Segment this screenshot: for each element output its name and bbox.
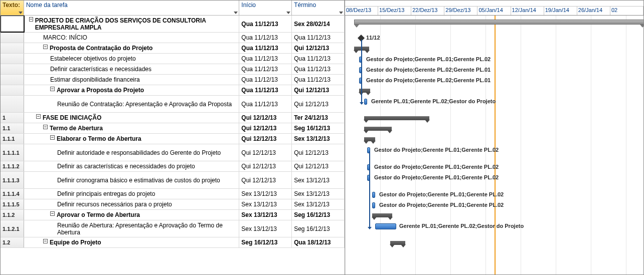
table-row[interactable]: 1.1.1.5Definir recursos necessários para…: [1, 199, 345, 210]
table-row[interactable]: 1.1.1.1Definir autoridade e responsabili…: [1, 144, 345, 161]
task-name-cell[interactable]: MARCO: INÍCIO: [24, 33, 239, 43]
task-name-cell[interactable]: −Proposta de Contratação do Projeto: [24, 43, 239, 53]
dropdown-icon[interactable]: [234, 12, 238, 14]
task-name-cell[interactable]: Definir características e necessidades: [24, 64, 239, 74]
end-cell[interactable]: Ter 24/12/13: [292, 113, 345, 123]
table-row[interactable]: 1.1.1−Elaborar o Termo de AberturaQui 12…: [1, 134, 345, 144]
row-id-cell[interactable]: [1, 16, 24, 32]
dropdown-icon[interactable]: [286, 12, 290, 14]
table-row[interactable]: 1.1.2.1Reunião de Abertura: Apresentação…: [1, 220, 345, 237]
gantt-area[interactable]: 11/12Gestor do Projeto;Gerente PL.01;Ger…: [345, 16, 643, 274]
summary-bar[interactable]: [390, 241, 405, 245]
expander-icon[interactable]: −: [36, 114, 41, 119]
task-name-cell[interactable]: Estimar disponibilidade financeira: [24, 75, 239, 85]
expander-icon[interactable]: −: [29, 17, 33, 22]
end-cell[interactable]: Qua 11/12/13: [292, 33, 345, 43]
start-cell[interactable]: Seg 16/12/13: [239, 237, 292, 247]
row-id-cell[interactable]: [1, 33, 24, 43]
start-cell[interactable]: Qui 12/12/13: [239, 144, 292, 161]
end-cell[interactable]: Qua 11/12/13: [292, 64, 345, 74]
end-cell[interactable]: Sex 13/12/13: [292, 172, 345, 188]
expander-icon[interactable]: −: [43, 45, 48, 49]
task-name-cell[interactable]: Definir autoridade e responsabilidades d…: [24, 144, 239, 161]
summary-bar[interactable]: [364, 137, 375, 141]
task-name-cell[interactable]: Reunião de Contratação: Apresentação e A…: [24, 96, 239, 112]
end-cell[interactable]: Qui 12/12/13: [292, 85, 345, 95]
table-row[interactable]: Estabelecer objetivos do projetoQua 11/1…: [1, 54, 345, 64]
table-row[interactable]: Estimar disponibilidade financeiraQua 11…: [1, 75, 345, 85]
table-row[interactable]: 1.1.2−Aprovar o Termo de AberturaSex 13/…: [1, 210, 345, 220]
row-id-cell[interactable]: [1, 85, 24, 95]
task-name-cell[interactable]: −PROJETO DE CRIAÇÃO DOS SERVIÇOS DE CONS…: [24, 16, 239, 32]
table-row[interactable]: 1.2−Equipe do ProjetoSeg 16/12/13Qua 18/…: [1, 237, 345, 248]
table-row[interactable]: −PROJETO DE CRIAÇÃO DOS SERVIÇOS DE CONS…: [1, 16, 345, 33]
start-cell[interactable]: Qui 12/12/13: [239, 113, 292, 123]
col-header-name[interactable]: Nome da tarefa: [24, 1, 239, 16]
summary-bar[interactable]: [364, 116, 429, 120]
row-id-cell[interactable]: 1.1.2.1: [1, 220, 24, 237]
expander-icon[interactable]: −: [50, 87, 55, 91]
summary-bar[interactable]: [364, 127, 392, 131]
start-cell[interactable]: Qua 11/12/13: [239, 43, 292, 53]
end-cell[interactable]: Sex 13/12/13: [292, 199, 345, 209]
table-row[interactable]: 1.1.1.3Definir cronograma básico e estim…: [1, 172, 345, 189]
col-header-start[interactable]: Início: [239, 1, 292, 16]
table-row[interactable]: 1.1−Termo de AberturaQui 12/12/13Seg 16/…: [1, 123, 345, 134]
task-name-cell[interactable]: Definir cronograma básico e estimativas …: [24, 172, 239, 188]
row-id-cell[interactable]: [1, 43, 24, 53]
row-id-cell[interactable]: [1, 64, 24, 74]
table-row[interactable]: MARCO: INÍCIOQua 11/12/13Qua 11/12/13: [1, 33, 345, 43]
start-cell[interactable]: Qui 12/12/13: [239, 161, 292, 171]
end-cell[interactable]: Sex 13/12/13: [292, 134, 345, 144]
start-cell[interactable]: Sex 13/12/13: [239, 199, 292, 209]
table-row[interactable]: Definir características e necessidadesQu…: [1, 64, 345, 75]
task-name-cell[interactable]: Definir principais entregas do projeto: [24, 189, 239, 199]
table-row[interactable]: 1.1.1.4Definir principais entregas do pr…: [1, 189, 345, 199]
row-id-cell[interactable]: 1: [1, 113, 24, 123]
task-name-cell[interactable]: −Aprovar a Proposta do Projeto: [24, 85, 239, 95]
dropdown-icon[interactable]: [339, 12, 343, 14]
task-name-cell[interactable]: −Elaborar o Termo de Abertura: [24, 134, 239, 144]
task-name-cell[interactable]: Reunião de Abertura: Apresentação e Apro…: [24, 220, 239, 237]
task-name-cell[interactable]: −Aprovar o Termo de Abertura: [24, 210, 239, 220]
end-cell[interactable]: Seg 16/12/13: [292, 123, 345, 133]
row-id-cell[interactable]: 1.1.1.1: [1, 144, 24, 161]
task-bar[interactable]: [364, 99, 367, 105]
table-row[interactable]: 1−FASE DE INICIAÇÃOQui 12/12/13Ter 24/12…: [1, 113, 345, 123]
col-header-end[interactable]: Término: [292, 1, 345, 16]
row-id-cell[interactable]: 1.1: [1, 123, 24, 133]
task-name-cell[interactable]: −FASE DE INICIAÇÃO: [24, 113, 239, 123]
end-cell[interactable]: Qui 12/12/13: [292, 144, 345, 161]
expander-icon[interactable]: −: [50, 135, 55, 140]
row-id-cell[interactable]: [1, 75, 24, 85]
row-id-cell[interactable]: 1.1.1: [1, 134, 24, 144]
expander-icon[interactable]: −: [43, 239, 48, 243]
task-name-cell[interactable]: −Equipe do Projeto: [24, 237, 239, 247]
end-cell[interactable]: Qua 11/12/13: [292, 54, 345, 64]
grid-body[interactable]: −PROJETO DE CRIAÇÃO DOS SERVIÇOS DE CONS…: [1, 16, 345, 274]
task-bar[interactable]: [372, 202, 375, 208]
end-cell[interactable]: Qua 18/12/13: [292, 237, 345, 247]
end-cell[interactable]: Qui 12/12/13: [292, 43, 345, 53]
expander-icon[interactable]: −: [50, 211, 55, 216]
dropdown-icon[interactable]: [19, 12, 23, 14]
summary-bar[interactable]: [372, 213, 392, 217]
end-cell[interactable]: Qui 12/12/13: [292, 96, 345, 112]
task-name-cell[interactable]: −Termo de Abertura: [24, 123, 239, 133]
end-cell[interactable]: Sex 13/12/13: [292, 189, 345, 199]
start-cell[interactable]: Qui 12/12/13: [239, 134, 292, 144]
start-cell[interactable]: Sex 13/12/13: [239, 189, 292, 199]
end-cell[interactable]: Qui 12/12/13: [292, 161, 345, 171]
row-id-cell[interactable]: 1.1.2: [1, 210, 24, 220]
row-id-cell[interactable]: 1.1.1.3: [1, 172, 24, 188]
col-header-text[interactable]: Texto:: [1, 1, 24, 16]
task-bar[interactable]: [372, 192, 375, 198]
row-id-cell[interactable]: 1.1.1.2: [1, 161, 24, 171]
table-row[interactable]: 1.1.1.2Definir as características e nece…: [1, 161, 345, 172]
task-name-cell[interactable]: Definir recursos necessários para o proj…: [24, 199, 239, 209]
start-cell[interactable]: Sex 13/12/13: [239, 220, 292, 237]
task-name-cell[interactable]: Estabelecer objetivos do projeto: [24, 54, 239, 64]
row-id-cell[interactable]: [1, 96, 24, 112]
row-id-cell[interactable]: 1.2: [1, 237, 24, 247]
start-cell[interactable]: Qua 11/12/13: [239, 64, 292, 74]
